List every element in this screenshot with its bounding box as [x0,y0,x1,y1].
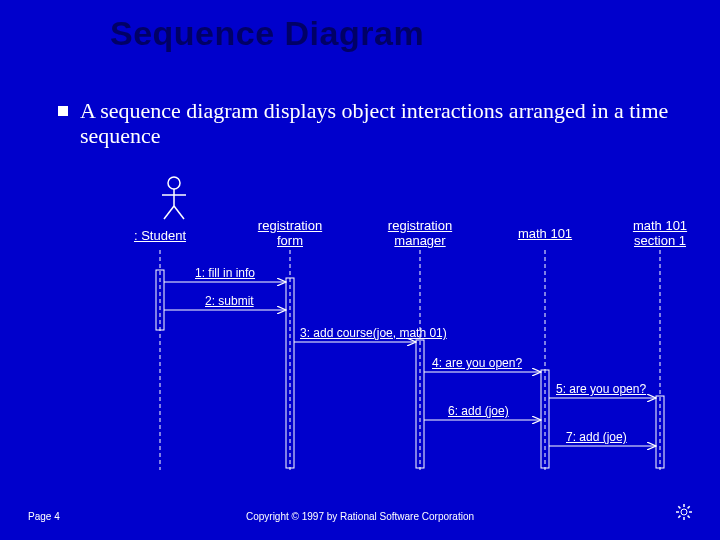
message-1: 1: fill in info [195,266,255,280]
svg-line-27 [678,506,680,508]
svg-point-17 [168,177,180,189]
message-3: 3: add course(joe, math 01) [300,326,447,340]
svg-line-29 [688,506,690,508]
message-4: 4: are you open? [432,356,522,370]
svg-line-20 [164,206,174,219]
message-6: 6: add (joe) [448,404,509,418]
copyright-text: Copyright © 1997 by Rational Software Co… [0,511,720,522]
bullet-square-icon [58,106,68,116]
gear-icon [676,504,692,524]
bullet-item: A sequence diagram displays object inter… [58,98,700,149]
bullet-text: A sequence diagram displays object inter… [80,98,700,149]
svg-point-22 [681,509,687,515]
message-2: 2: submit [205,294,254,308]
sequence-diagram: : Student registrationform registrationm… [0,170,720,480]
svg-line-30 [678,516,680,518]
svg-line-21 [174,206,184,219]
participant-registration-form: registrationform [258,218,322,248]
slide-title: Sequence Diagram [110,14,424,53]
message-7: 7: add (joe) [566,430,627,444]
participant-math-101-section-1: math 101section 1 [633,218,687,248]
message-5: 5: are you open? [556,382,646,396]
participant-registration-manager: registrationmanager [388,218,452,248]
participant-math-101: math 101 [518,226,572,241]
svg-line-28 [688,516,690,518]
participant-student: : Student [134,228,186,243]
